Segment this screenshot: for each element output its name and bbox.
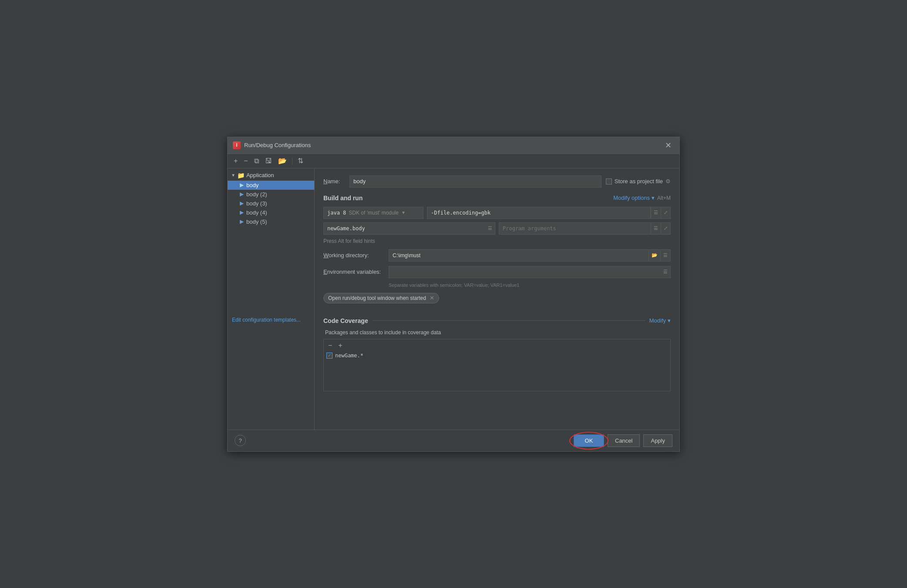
main-class-input[interactable] (323, 222, 485, 235)
dialog-title: Run/Debug Configurations (244, 142, 311, 148)
program-args-input[interactable] (499, 222, 651, 235)
vm-options-field: -Dfile.encoding=gbk ☰ ⤢ (427, 207, 671, 219)
right-panel: Name: Store as project file ⚙ Build and … (315, 168, 679, 430)
gear-icon[interactable]: ⚙ (665, 178, 671, 185)
close-button[interactable]: ✕ (662, 141, 674, 150)
sidebar-group-application[interactable]: ▼ 📁 Application (228, 170, 314, 181)
env-vars-label: Environment variables: (323, 269, 384, 275)
titlebar: I Run/Debug Configurations ✕ (228, 137, 679, 154)
copy-config-button[interactable]: ⧉ (252, 157, 261, 165)
coverage-list-area: − + ✓ newGame.* (323, 339, 671, 391)
name-input[interactable] (349, 175, 601, 188)
program-args-field: ☰ ⤢ (499, 222, 671, 235)
modify-options-button[interactable]: Modify options ▾ (613, 195, 655, 201)
run-debug-chip: Open run/debug tool window when started … (323, 293, 439, 303)
program-args-edit-icon[interactable]: ☰ (651, 222, 661, 235)
env-hint-text: Separate variables with semicolon: VAR=v… (323, 282, 671, 288)
sidebar-item-body[interactable]: ▶ body (228, 181, 314, 190)
env-vars-input[interactable] (389, 266, 661, 278)
main-class-edit-icon[interactable]: ☰ (485, 222, 495, 235)
store-project-section: Store as project file ⚙ (606, 178, 671, 185)
sidebar-item-label: body (5) (246, 218, 267, 225)
code-coverage-divider: Code Coverage Modify ▾ (323, 317, 671, 324)
store-project-label: Store as project file (615, 178, 663, 185)
sidebar-item-label: body (4) (246, 209, 267, 216)
working-dir-row: Working directory: 📂 ☰ (323, 249, 671, 262)
section-line (373, 320, 645, 321)
config-icon: ▶ (240, 191, 244, 197)
chevron-down-icon: ▾ (652, 195, 655, 201)
cancel-button[interactable]: Cancel (608, 434, 640, 447)
env-vars-field: ☰ (389, 266, 671, 278)
main-class-field: ☰ (323, 222, 495, 235)
working-dir-input[interactable] (389, 249, 648, 262)
modify-options-label: Modify options (613, 195, 650, 201)
config-icon: ▶ (240, 182, 244, 188)
remove-coverage-button[interactable]: − (326, 342, 334, 349)
ok-button[interactable]: OK (574, 434, 604, 447)
tag-chip-container: Open run/debug tool window when started … (323, 293, 671, 310)
vm-options-value: -Dfile.encoding=gbk (431, 210, 490, 216)
modify-coverage-button[interactable]: Modify ▾ (649, 317, 671, 324)
sdk-secondary-label: SDK of 'must' module (349, 210, 399, 216)
program-args-expand-icon[interactable]: ⤢ (661, 222, 671, 235)
dialog-footer: ? OK Cancel Apply (228, 430, 679, 451)
remove-config-button[interactable]: − (242, 157, 249, 165)
working-dir-field: 📂 ☰ (389, 249, 671, 262)
build-run-title: Build and run (323, 195, 363, 202)
coverage-toolbar: − + (326, 342, 668, 349)
name-label: Name: (323, 178, 345, 185)
folder-icon: 📁 (237, 172, 245, 179)
working-dir-label: Working directory: (323, 252, 384, 259)
footer-buttons: OK Cancel Apply (574, 434, 672, 447)
chevron-down-icon: ▾ (668, 317, 671, 324)
coverage-item-checkbox[interactable]: ✓ (326, 353, 333, 359)
vm-options-edit-icon[interactable]: ☰ (651, 207, 661, 219)
sidebar-item-body2[interactable]: ▶ body (2) (228, 190, 314, 199)
tag-chip-label: Open run/debug tool window when started (328, 295, 426, 301)
sidebar-item-body3[interactable]: ▶ body (3) (228, 199, 314, 208)
config-icon: ▶ (240, 218, 244, 225)
working-dir-browse-icon[interactable]: 📂 (648, 249, 661, 262)
code-coverage-title: Code Coverage (323, 317, 368, 324)
vm-options-expand-icon[interactable]: ⤢ (661, 207, 671, 219)
sidebar-item-body5[interactable]: ▶ body (5) (228, 217, 314, 226)
sidebar-item-label: body (3) (246, 200, 267, 207)
sidebar-item-label: body (246, 182, 259, 188)
working-dir-edit-icon[interactable]: ☰ (661, 249, 671, 262)
toolbar-divider (292, 158, 292, 165)
ok-circle-highlight: OK (574, 434, 604, 447)
shortcut-hint: Alt+M (657, 195, 671, 201)
env-vars-edit-icon[interactable]: ☰ (661, 266, 671, 278)
sidebar-item-body4[interactable]: ▶ body (4) (228, 208, 314, 217)
sidebar: ▼ 📁 Application ▶ body ▶ body (2) ▶ body… (228, 168, 315, 430)
field-hint-text: Press Alt for field hints (323, 238, 671, 244)
edit-templates-link[interactable]: Edit configuration templates... (228, 313, 314, 326)
config-icon: ▶ (240, 209, 244, 215)
dropdown-arrow-icon: ▼ (401, 210, 406, 215)
save-config-button[interactable]: 🖫 (263, 157, 274, 165)
coverage-desc: Packages and classes to include in cover… (323, 329, 671, 336)
add-config-button[interactable]: + (232, 157, 239, 165)
build-run-row1: java 8 SDK of 'must' module ▼ -Dfile.enc… (323, 207, 671, 219)
folder-config-button[interactable]: 📂 (276, 157, 289, 165)
add-coverage-button[interactable]: + (336, 342, 344, 349)
modify-label: Modify (649, 317, 666, 324)
sidebar-group-label: Application (246, 172, 274, 178)
build-run-row2: ☰ ☰ ⤢ (323, 222, 671, 235)
build-run-header: Build and run Modify options ▾ Alt+M (323, 195, 671, 202)
help-button[interactable]: ? (235, 435, 246, 446)
sidebar-item-label: body (2) (246, 191, 267, 198)
env-vars-row: Environment variables: ☰ (323, 266, 671, 278)
chevron-down-icon: ▼ (231, 173, 235, 178)
app-icon: I (233, 141, 241, 149)
config-icon: ▶ (240, 200, 244, 206)
apply-button[interactable]: Apply (643, 434, 672, 447)
tag-chip-close-icon[interactable]: ✕ (430, 295, 434, 301)
coverage-item-text: newGame.* (335, 353, 363, 359)
store-project-checkbox[interactable] (606, 178, 612, 185)
sort-config-button[interactable]: ⇅ (296, 157, 305, 165)
java-sdk-label: java 8 (327, 210, 346, 216)
java-sdk-dropdown[interactable]: java 8 SDK of 'must' module ▼ (323, 207, 423, 219)
config-toolbar: + − ⧉ 🖫 📂 ⇅ (228, 154, 679, 168)
